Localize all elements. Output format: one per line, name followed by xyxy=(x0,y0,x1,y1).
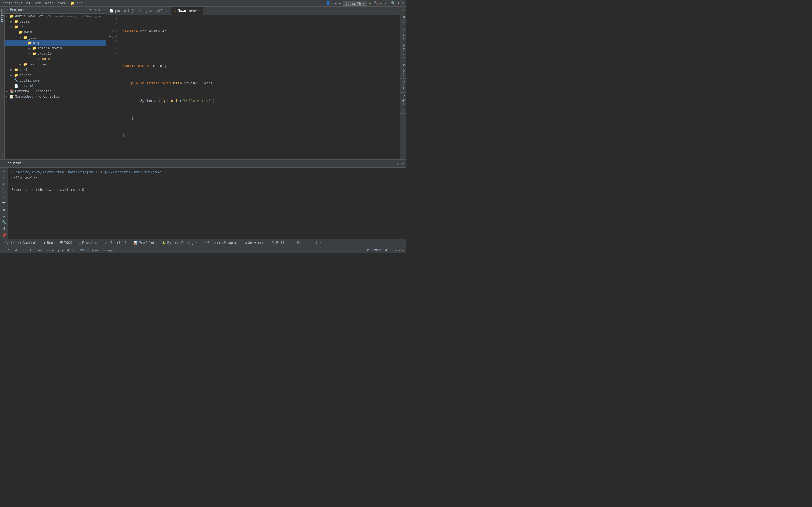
run-pin-icon[interactable]: 📷 xyxy=(1,201,7,206)
breadcrumb-main[interactable]: main xyxy=(46,1,54,5)
run-tab-close[interactable]: ✕ xyxy=(23,162,25,165)
tree-item-pom[interactable]: ▶ 📄 pom.xml xyxy=(4,83,106,89)
tree-item-main[interactable]: ▾ 📁 main xyxy=(4,30,106,35)
line-num-6: 6 xyxy=(115,45,117,51)
run-scroll-down-icon[interactable]: ⬇ xyxy=(1,181,7,186)
tree-item-java-src[interactable]: ▾ 📁 java xyxy=(4,35,106,40)
run-compare-icon[interactable]: ⊞ xyxy=(1,207,7,212)
breadcrumb-src[interactable]: src xyxy=(35,1,41,5)
tree-label-scratches: Scratches and Consoles xyxy=(15,95,60,99)
run-tab-main[interactable]: Run: Main ✕ xyxy=(0,160,28,167)
run-wrap-icon[interactable]: ↵ xyxy=(1,194,7,199)
checkmark-icon[interactable]: ✓ xyxy=(401,7,405,14)
reload-icon[interactable]: ↺ xyxy=(380,1,382,5)
dependencies-label: Dependencies xyxy=(297,241,322,245)
tree-label-ext-libs: External Libraries xyxy=(15,90,52,94)
status-git-item[interactable]: ✓ xyxy=(2,248,4,252)
tree-item-test[interactable]: ▶ 📁 test xyxy=(4,67,106,72)
project-dropdown-icon[interactable]: ▾ xyxy=(7,8,9,12)
run-stop-icon[interactable]: ⬛ xyxy=(1,188,7,193)
code-line-1: package org.example; xyxy=(122,29,397,35)
more-run-icon[interactable]: ▾ xyxy=(384,1,386,5)
tree-item-main-java[interactable]: ▶ ☕ Main xyxy=(4,56,106,62)
tab-services[interactable]: ⚙ Services xyxy=(242,239,268,247)
run-minimize-icon[interactable]: — xyxy=(401,162,404,166)
tab-todo[interactable]: ☰ TODO xyxy=(56,239,76,247)
tab-pom-xml[interactable]: 📄 pom.xml (doris_java_udf) ✕ xyxy=(106,7,171,15)
tab-python-packages[interactable]: 🐍 Python Packages xyxy=(158,239,201,247)
close-panel-icon[interactable]: — xyxy=(102,8,104,12)
code-editor: 1 2 ▶ 3 ▶ 4 5 6 xyxy=(106,15,400,159)
expand-icon[interactable]: ⊞ xyxy=(95,8,97,12)
status-indent[interactable]: 4 spaces/4 xyxy=(385,249,404,252)
status-build-item[interactable]: Build completed successfully in 4 sec, 9… xyxy=(8,249,116,252)
tab-profiler[interactable]: 📊 Profiler xyxy=(130,239,159,247)
back-icon[interactable]: ◀ xyxy=(334,1,336,5)
tree-item-example[interactable]: ▾ 📁 example xyxy=(4,51,106,56)
run-settings-icon[interactable]: ⚙ xyxy=(397,162,399,166)
current-file-button[interactable]: Current File ▾ xyxy=(343,1,367,6)
tree-item-idea[interactable]: ▶ 📁 .idea xyxy=(4,19,106,24)
status-encoding[interactable]: UTF-8 xyxy=(372,249,382,252)
locate-file-icon[interactable]: ◎ xyxy=(89,8,91,12)
run-trash-icon[interactable]: 🗑 xyxy=(1,227,7,231)
project-vertical-label[interactable]: Project xyxy=(1,9,4,22)
arrow-idea: ▶ xyxy=(9,19,13,24)
tab-dependencies[interactable]: ⬡ Dependencies xyxy=(290,239,325,247)
build-icon[interactable]: 🔨 xyxy=(374,1,378,5)
update-icon[interactable]: ⬆ xyxy=(397,1,399,5)
run-btn-3[interactable]: ▶ xyxy=(113,29,114,33)
forward-icon[interactable]: ▶ xyxy=(338,1,340,5)
search-icon[interactable]: 🔍 xyxy=(391,1,395,5)
tab-sequence-diagram[interactable]: ⟷ SequenceDiagram xyxy=(201,239,241,247)
tab-version-control[interactable]: ✓ Version Control xyxy=(0,239,40,247)
tree-label-resources: resources xyxy=(28,63,47,67)
sciview-panel[interactable]: SciView xyxy=(400,61,406,79)
tree-item-scratches[interactable]: ▶ 📝 Scratches and Consoles xyxy=(4,94,106,99)
build-tab-icon: 🔨 xyxy=(271,241,275,245)
tree-item-src[interactable]: ▾ 📁 src xyxy=(4,24,106,30)
run-filter-icon[interactable]: 🔧 xyxy=(1,220,7,225)
more-tabs-button[interactable]: ⋮ xyxy=(392,9,400,13)
run-icon[interactable]: ▶ xyxy=(369,1,371,5)
maven-panel[interactable]: Maven xyxy=(400,79,406,93)
endpoints-panel[interactable]: Endpoints xyxy=(400,93,406,114)
tab-main-java[interactable]: ☕ Main.java ✕ xyxy=(171,7,203,15)
tab-build[interactable]: 🔨 Build xyxy=(268,239,290,247)
run-scroll-up-icon[interactable]: ⬆ xyxy=(1,175,7,180)
tab-run[interactable]: ▶ Run xyxy=(40,239,56,247)
services-icon: ⚙ xyxy=(245,241,247,245)
code-content[interactable]: package org.example; public class Main {… xyxy=(120,15,400,159)
breadcrumb-project[interactable]: doris_java_udf xyxy=(2,1,31,5)
run-pin2-icon[interactable]: 📌 xyxy=(1,233,7,238)
tab-pom-close[interactable]: ✕ xyxy=(166,9,167,13)
settings-icon[interactable]: ⚙ xyxy=(402,1,404,5)
run-output-hello: Hello world! xyxy=(11,175,402,181)
tree-item-gitignore[interactable]: ▶ 🔧 .gitignore xyxy=(4,78,106,83)
status-line-sep[interactable]: LF xyxy=(365,249,369,252)
breadcrumb-java[interactable]: java xyxy=(58,1,66,5)
target-folder-icon: 📁 xyxy=(13,73,19,77)
collapse-all-icon[interactable]: ≡ xyxy=(92,8,94,12)
settings-gear-icon[interactable]: ⚙ xyxy=(99,8,101,12)
arrow-ext-libs: ▶ xyxy=(4,89,9,94)
database-panel[interactable]: Database xyxy=(400,42,406,61)
tree-item-external-libs[interactable]: ▶ 📚 External Libraries xyxy=(4,89,106,94)
profile-icon[interactable]: 👤▾ xyxy=(326,1,332,5)
run-btn-4[interactable]: ▶ xyxy=(109,35,111,39)
notifications-panel[interactable]: Notifications xyxy=(400,14,406,42)
arrow-example: ▾ xyxy=(27,52,32,56)
tab-pom-xml-label: pom.xml (doris_java_udf) xyxy=(115,9,164,13)
tree-item-root[interactable]: ▾ 📁 doris_java_udf ~/Documents/idea_java… xyxy=(4,13,106,19)
tree-item-target[interactable]: ▶ 📁 target xyxy=(4,72,106,78)
tree-item-org[interactable]: ▾ 📁 org xyxy=(4,40,106,46)
tree-item-resources[interactable]: ▶ 📁 resources xyxy=(4,62,106,67)
tab-problems[interactable]: ⚠ Problems xyxy=(76,239,102,247)
tab-terminal[interactable]: >_ Terminal xyxy=(102,239,130,247)
tree-item-apache[interactable]: ▶ 📁 apache.doris xyxy=(4,46,106,51)
tab-main-close[interactable]: ✕ xyxy=(198,9,199,12)
run-restart-icon[interactable]: ▶ xyxy=(1,169,7,174)
run-list-icon[interactable]: ≡ xyxy=(1,214,7,219)
breadcrumb-org[interactable]: 📁 org xyxy=(70,1,83,5)
todo-icon: ☰ xyxy=(60,241,63,245)
